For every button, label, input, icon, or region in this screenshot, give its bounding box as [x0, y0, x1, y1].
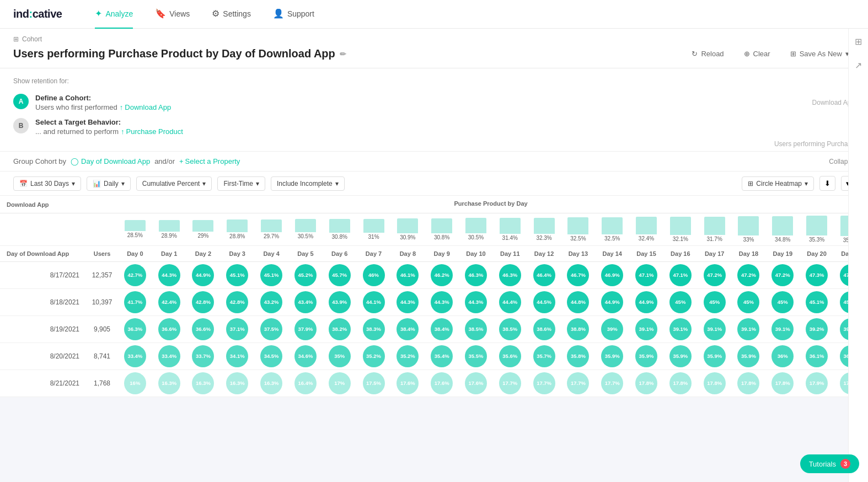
summary-bar-cell: 28.5%	[118, 213, 152, 246]
step-b-content: Select a Target Behavior: ... and return…	[35, 118, 855, 136]
reload-button[interactable]: ↻ Reload	[686, 46, 729, 61]
chevron-down-icon: ▾	[335, 180, 339, 188]
circle-cell: 46.4%	[527, 261, 561, 288]
circle-cell: 17.5%	[357, 369, 391, 397]
circle-cell: 39.1%	[629, 315, 663, 342]
summary-bar-cell: 28.9%	[152, 213, 186, 246]
col-header-day-7: Day 7	[357, 245, 391, 261]
group-tag[interactable]: ◯ Day of Download App	[71, 157, 150, 165]
table-header-row-1: Download App Purchase Product by Day +	[0, 196, 868, 213]
col-header-day-9: Day 9	[425, 245, 459, 261]
summary-bar-cell: 32.5%	[561, 213, 596, 246]
header-actions: ↻ Reload ⊕ Clear ⊞ Save As New ▾	[686, 46, 855, 61]
summary-bar-cell: 30.8%	[425, 213, 459, 246]
nav-analyze[interactable]: ✦ Analyze	[95, 0, 133, 29]
step-b-event-tag[interactable]: ↑ Purchase Product	[121, 127, 183, 136]
circle-cell: 17.7%	[561, 369, 596, 397]
grid-icon[interactable]: ⊞	[851, 33, 865, 50]
metric-button[interactable]: Cumulative Percent ▾	[136, 176, 212, 191]
circle-cell: 34.6%	[288, 342, 323, 369]
step-a-event-tag[interactable]: ↑ Download App	[120, 103, 171, 111]
external-link-icon[interactable]: ↗	[851, 57, 865, 74]
col-header-users: Users	[86, 245, 118, 261]
summary-bar-cell: 30.8%	[323, 213, 357, 246]
summary-bar-cell: 29.7%	[254, 213, 288, 246]
circle-cell: 46%	[357, 261, 391, 288]
circle-cell: 17.8%	[765, 369, 800, 397]
group-icon: ◯	[71, 157, 79, 165]
col-header-day-1: Day 1	[152, 245, 186, 261]
row-date: 8/19/2021	[0, 315, 86, 342]
cohort-step-b: B Select a Target Behavior: ... and retu…	[13, 118, 855, 136]
row-date: 8/18/2021	[0, 288, 86, 315]
clear-button[interactable]: ⊕ Clear	[738, 46, 776, 61]
event-b-icon: ↑	[121, 127, 125, 136]
circle-cell: 17.7%	[493, 369, 527, 397]
page-title-row: Users performing Purchase Product by Day…	[13, 46, 855, 68]
row-users: 10,397	[86, 288, 118, 315]
summary-bar-cell: 34.8%	[765, 213, 800, 246]
nav-settings[interactable]: ⚙ Settings	[212, 0, 251, 29]
circle-cell: 44.5%	[527, 288, 561, 315]
summary-bar-cell: 31%	[357, 213, 391, 246]
summary-bar-cell: 30.9%	[390, 213, 425, 246]
col-header-day-15: Day 15	[629, 245, 663, 261]
circle-cell: 16.3%	[254, 369, 288, 397]
col-header-day-11: Day 11	[493, 245, 527, 261]
col-header-day-14: Day 14	[595, 245, 629, 261]
date-range-button[interactable]: 📅 Last 30 Days ▾	[13, 176, 81, 191]
row-date: 8/20/2021	[0, 342, 86, 369]
circle-cell: 44.3%	[152, 261, 186, 288]
summary-date-label	[0, 213, 86, 246]
download-button[interactable]: ⬇	[819, 176, 835, 191]
circle-cell: 44.4%	[493, 288, 527, 315]
circle-cell: 37.5%	[254, 315, 288, 342]
circle-cell: 47.2%	[765, 261, 800, 288]
circle-cell: 35.9%	[629, 342, 663, 369]
circle-cell: 46.3%	[459, 261, 493, 288]
edit-title-icon[interactable]: ✏	[340, 50, 346, 58]
summary-bar-cell: 31.4%	[493, 213, 527, 246]
circle-cell: 16%	[118, 369, 152, 397]
circle-cell: 17.7%	[595, 369, 629, 397]
step-b-subtitle: ... and returned to perform ↑ Purchase P…	[35, 127, 855, 136]
circle-cell: 17%	[323, 369, 357, 397]
circle-cell: 45.1%	[800, 288, 834, 315]
step-b-title: Select a Target Behavior:	[35, 118, 855, 126]
circle-cell: 35.7%	[527, 342, 561, 369]
heatmap-button[interactable]: ⊞ Circle Heatmap ▾	[742, 176, 814, 191]
col-header-day-18: Day 18	[732, 245, 766, 261]
step-a-content: Define a Cohort: Users who first perform…	[35, 94, 855, 111]
include-incomplete-button[interactable]: Include Incomplete ▾	[271, 176, 345, 191]
col-header-purchase-product: Purchase Product by Day +	[118, 196, 868, 213]
summary-bar-cell: 32.4%	[629, 213, 663, 246]
circle-cell: 37.9%	[288, 315, 323, 342]
nav-items: ✦ Analyze 🔖 Views ⚙ Settings 👤 Support	[95, 0, 855, 29]
save-as-new-button[interactable]: ⊞ Save As New ▾	[785, 46, 855, 61]
circle-cell: 45.1%	[254, 261, 288, 288]
circle-cell: 44.9%	[595, 288, 629, 315]
row-users: 1,768	[86, 369, 118, 397]
col-header-day-16: Day 16	[663, 245, 698, 261]
circle-cell: 46.7%	[561, 261, 596, 288]
select-property-btn[interactable]: + Select a Property	[179, 157, 240, 165]
chevron-down-icon: ▾	[805, 180, 808, 188]
circle-cell: 34.5%	[254, 342, 288, 369]
circle-cell: 39%	[595, 315, 629, 342]
circle-cell: 17.6%	[459, 369, 493, 397]
circle-cell: 38.4%	[390, 315, 425, 342]
nav-views[interactable]: 🔖 Views	[155, 0, 190, 29]
circle-cell: 38.2%	[323, 315, 357, 342]
col-header-day-13: Day 13	[561, 245, 596, 261]
frequency-button[interactable]: 📊 Daily ▾	[87, 176, 131, 191]
circle-cell: 33.7%	[186, 342, 221, 369]
summary-users-label	[86, 213, 118, 246]
circle-cell: 44.9%	[629, 288, 663, 315]
summary-bar-cell: 31.7%	[698, 213, 732, 246]
circle-cell: 17.8%	[663, 369, 698, 397]
page-header: ⊞ Cohort Users performing Purchase Produ…	[0, 29, 868, 68]
user-type-button[interactable]: First-Time ▾	[217, 176, 265, 191]
nav-support[interactable]: 👤 Support	[273, 0, 314, 29]
col-header-day-6: Day 6	[323, 245, 357, 261]
circle-cell: 45%	[732, 288, 766, 315]
